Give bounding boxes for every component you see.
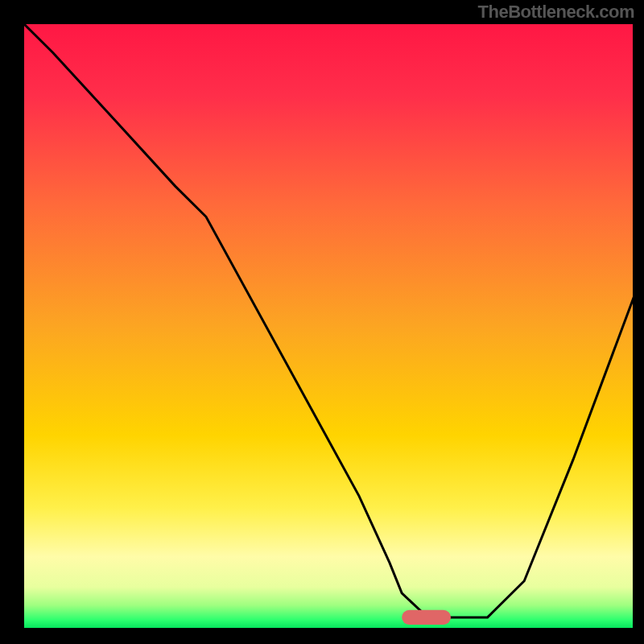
watermark-text: TheBottleneck.com	[478, 2, 634, 23]
bottleneck-chart	[0, 0, 644, 644]
optimal-marker	[402, 610, 451, 625]
